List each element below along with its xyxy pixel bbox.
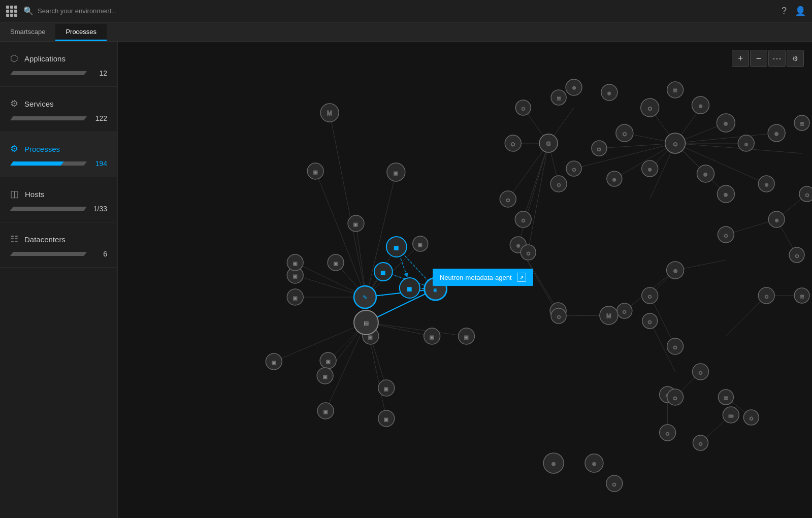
hosts-bar (10, 207, 87, 211)
search-icon: 🔍 (23, 6, 34, 16)
sidebar-item-datacenters[interactable]: ☷ Datacenters 6 (0, 222, 117, 268)
svg-text:⚙: ⚙ (699, 104, 702, 109)
user-icon[interactable]: 👤 (795, 6, 806, 17)
svg-text:▣: ▣ (353, 222, 358, 227)
zoom-reset-button[interactable]: ⚙ (787, 50, 804, 67)
applications-label: Applications (24, 54, 66, 63)
main-layout: ⬡ Applications 12 ⚙ Services 122 (0, 42, 812, 518)
processes-bar (10, 161, 87, 166)
svg-text:⬡: ⬡ (673, 396, 677, 401)
svg-text:⬡: ⬡ (805, 193, 809, 198)
svg-text:▣: ▣ (433, 287, 438, 293)
zoom-more-button[interactable]: ⋯ (768, 50, 786, 67)
svg-text:⚙: ⚙ (612, 178, 616, 182)
svg-text:G: G (744, 142, 748, 147)
sidebar-item-applications[interactable]: ⬡ Applications 12 (0, 42, 117, 87)
svg-text:⚙: ⚙ (648, 168, 652, 172)
svg-text:G: G (546, 141, 551, 147)
svg-text:⬡: ⬡ (795, 254, 799, 258)
svg-text:⬡: ⬡ (623, 132, 627, 137)
svg-text:⚙: ⚙ (551, 462, 556, 467)
svg-text:☰: ☰ (800, 295, 804, 299)
zoom-in-button[interactable]: + (732, 50, 749, 67)
svg-text:⬡: ⬡ (506, 198, 510, 203)
svg-text:⬡: ⬡ (673, 345, 677, 350)
search-bar[interactable]: 🔍 Search your environment... (23, 6, 775, 16)
svg-text:⬡: ⬡ (666, 432, 669, 436)
svg-text:⬡: ⬡ (699, 371, 702, 375)
svg-text:▣: ▣ (293, 261, 298, 266)
svg-text:▣: ▣ (368, 335, 373, 340)
processes-count: 194 (92, 159, 107, 168)
sidebar-item-processes[interactable]: ⚙ Processes 194 (0, 132, 117, 177)
svg-text:▣: ▣ (394, 245, 399, 250)
svg-line-19 (523, 143, 548, 219)
datacenters-bar (10, 252, 87, 256)
svg-text:⬡: ⬡ (648, 295, 652, 299)
svg-text:⚙: ⚙ (724, 121, 728, 126)
topbar-right: ? 👤 (782, 6, 806, 17)
services-count: 122 (92, 114, 107, 122)
svg-text:▣: ▣ (464, 335, 469, 340)
svg-text:▣: ▣ (334, 261, 338, 266)
node-tooltip: Neutron-metadata-agent ⇗ (433, 269, 533, 286)
services-icon: ⚙ (10, 98, 18, 109)
svg-text:▣: ▣ (323, 374, 328, 379)
graph-area[interactable]: + − ⋯ ⚙ (118, 42, 812, 518)
tab-processes[interactable]: Processes (55, 24, 107, 41)
svg-text:⚙: ⚙ (607, 91, 611, 96)
processes-label: Processes (24, 145, 60, 153)
svg-text:⬡: ⬡ (522, 107, 525, 111)
svg-line-30 (315, 171, 366, 297)
svg-text:⚙: ⚙ (775, 218, 778, 223)
datacenters-label: Datacenters (24, 235, 66, 244)
svg-text:▣: ▣ (394, 171, 398, 176)
svg-text:▣: ▣ (418, 242, 423, 247)
svg-text:⬡: ⬡ (648, 320, 652, 325)
datacenters-icon: ☷ (10, 234, 18, 245)
svg-line-22 (528, 143, 548, 250)
svg-text:⬡: ⬡ (522, 218, 525, 223)
svg-text:⬡: ⬡ (612, 482, 616, 487)
svg-text:☰: ☰ (557, 96, 561, 101)
svg-text:⚙: ⚙ (516, 244, 520, 248)
svg-line-13 (599, 143, 675, 148)
tooltip-external-link[interactable]: ⇗ (517, 273, 526, 282)
svg-text:⬡: ⬡ (527, 251, 530, 256)
svg-text:⬡: ⬡ (724, 234, 728, 238)
svg-text:✎: ✎ (363, 294, 368, 301)
svg-text:⚙: ⚙ (592, 462, 596, 467)
svg-text:IIS: IIS (728, 414, 733, 418)
services-label: Services (24, 100, 54, 108)
svg-text:⚙: ⚙ (724, 192, 728, 198)
svg-line-14 (574, 143, 675, 169)
svg-line-60 (726, 296, 766, 336)
svg-text:▣: ▣ (407, 286, 412, 292)
grid-icon[interactable] (6, 6, 17, 17)
svg-text:⬡: ⬡ (511, 142, 515, 147)
svg-text:▣: ▣ (384, 386, 388, 392)
svg-text:☰: ☰ (724, 396, 728, 401)
tab-smartscape[interactable]: Smartscape (0, 24, 55, 41)
applications-icon: ⬡ (10, 53, 18, 64)
svg-text:▣: ▣ (313, 170, 318, 175)
svg-text:⚙: ⚙ (703, 172, 707, 177)
sidebar-item-services[interactable]: ⚙ Services 122 (0, 87, 117, 132)
sidebar-item-hosts[interactable]: ◫ Hosts 1/33 (0, 177, 117, 222)
svg-text:⬡: ⬡ (699, 442, 702, 446)
sidebar: ⬡ Applications 12 ⚙ Services 122 (0, 42, 118, 518)
svg-text:M: M (327, 110, 332, 117)
datacenters-count: 6 (92, 250, 107, 258)
svg-text:⚙: ⚙ (673, 269, 677, 274)
svg-text:▣: ▣ (384, 417, 388, 422)
help-icon[interactable]: ? (782, 6, 787, 16)
svg-text:⚙: ⚙ (774, 132, 778, 137)
svg-text:⬡: ⬡ (750, 416, 753, 421)
svg-line-41 (274, 322, 366, 362)
svg-text:M: M (606, 313, 611, 319)
svg-text:⬡: ⬡ (557, 315, 561, 319)
hosts-icon: ◫ (10, 188, 19, 200)
svg-text:▣: ▣ (430, 335, 434, 340)
zoom-out-button[interactable]: − (750, 50, 767, 67)
svg-text:▣: ▣ (293, 274, 298, 279)
